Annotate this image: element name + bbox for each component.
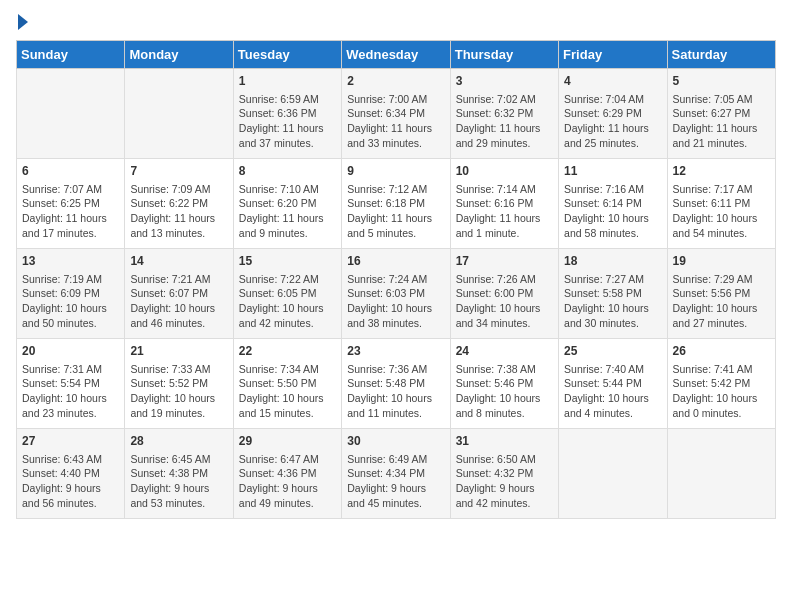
day-number: 2 [347, 73, 444, 90]
calendar-cell: 15Sunrise: 7:22 AM Sunset: 6:05 PM Dayli… [233, 249, 341, 339]
cell-content: Sunrise: 6:43 AM Sunset: 4:40 PM Dayligh… [22, 452, 119, 511]
cell-content: Sunrise: 6:50 AM Sunset: 4:32 PM Dayligh… [456, 452, 553, 511]
header-cell-saturday: Saturday [667, 41, 775, 69]
calendar-cell: 19Sunrise: 7:29 AM Sunset: 5:56 PM Dayli… [667, 249, 775, 339]
calendar-table: SundayMondayTuesdayWednesdayThursdayFrid… [16, 40, 776, 519]
calendar-cell [125, 69, 233, 159]
cell-content: Sunrise: 7:12 AM Sunset: 6:18 PM Dayligh… [347, 182, 444, 241]
day-number: 20 [22, 343, 119, 360]
cell-content: Sunrise: 7:10 AM Sunset: 6:20 PM Dayligh… [239, 182, 336, 241]
day-number: 24 [456, 343, 553, 360]
cell-content: Sunrise: 7:00 AM Sunset: 6:34 PM Dayligh… [347, 92, 444, 151]
header-cell-wednesday: Wednesday [342, 41, 450, 69]
cell-content: Sunrise: 7:07 AM Sunset: 6:25 PM Dayligh… [22, 182, 119, 241]
day-number: 30 [347, 433, 444, 450]
week-row-5: 27Sunrise: 6:43 AM Sunset: 4:40 PM Dayli… [17, 429, 776, 519]
calendar-cell: 25Sunrise: 7:40 AM Sunset: 5:44 PM Dayli… [559, 339, 667, 429]
cell-content: Sunrise: 7:19 AM Sunset: 6:09 PM Dayligh… [22, 272, 119, 331]
week-row-3: 13Sunrise: 7:19 AM Sunset: 6:09 PM Dayli… [17, 249, 776, 339]
day-number: 21 [130, 343, 227, 360]
calendar-cell: 21Sunrise: 7:33 AM Sunset: 5:52 PM Dayli… [125, 339, 233, 429]
calendar-cell: 2Sunrise: 7:00 AM Sunset: 6:34 PM Daylig… [342, 69, 450, 159]
calendar-cell: 20Sunrise: 7:31 AM Sunset: 5:54 PM Dayli… [17, 339, 125, 429]
calendar-cell [667, 429, 775, 519]
calendar-cell: 8Sunrise: 7:10 AM Sunset: 6:20 PM Daylig… [233, 159, 341, 249]
cell-content: Sunrise: 7:17 AM Sunset: 6:11 PM Dayligh… [673, 182, 770, 241]
day-number: 12 [673, 163, 770, 180]
day-number: 1 [239, 73, 336, 90]
cell-content: Sunrise: 7:05 AM Sunset: 6:27 PM Dayligh… [673, 92, 770, 151]
header-area [16, 16, 776, 30]
calendar-cell: 14Sunrise: 7:21 AM Sunset: 6:07 PM Dayli… [125, 249, 233, 339]
day-number: 9 [347, 163, 444, 180]
header-cell-thursday: Thursday [450, 41, 558, 69]
calendar-cell: 4Sunrise: 7:04 AM Sunset: 6:29 PM Daylig… [559, 69, 667, 159]
day-number: 25 [564, 343, 661, 360]
day-number: 11 [564, 163, 661, 180]
calendar-cell: 26Sunrise: 7:41 AM Sunset: 5:42 PM Dayli… [667, 339, 775, 429]
week-row-4: 20Sunrise: 7:31 AM Sunset: 5:54 PM Dayli… [17, 339, 776, 429]
cell-content: Sunrise: 7:26 AM Sunset: 6:00 PM Dayligh… [456, 272, 553, 331]
day-number: 4 [564, 73, 661, 90]
calendar-cell: 23Sunrise: 7:36 AM Sunset: 5:48 PM Dayli… [342, 339, 450, 429]
cell-content: Sunrise: 7:21 AM Sunset: 6:07 PM Dayligh… [130, 272, 227, 331]
calendar-cell: 11Sunrise: 7:16 AM Sunset: 6:14 PM Dayli… [559, 159, 667, 249]
header-row: SundayMondayTuesdayWednesdayThursdayFrid… [17, 41, 776, 69]
cell-content: Sunrise: 6:49 AM Sunset: 4:34 PM Dayligh… [347, 452, 444, 511]
day-number: 6 [22, 163, 119, 180]
calendar-cell: 9Sunrise: 7:12 AM Sunset: 6:18 PM Daylig… [342, 159, 450, 249]
day-number: 10 [456, 163, 553, 180]
header-cell-friday: Friday [559, 41, 667, 69]
calendar-cell: 30Sunrise: 6:49 AM Sunset: 4:34 PM Dayli… [342, 429, 450, 519]
calendar-cell: 1Sunrise: 6:59 AM Sunset: 6:36 PM Daylig… [233, 69, 341, 159]
day-number: 29 [239, 433, 336, 450]
cell-content: Sunrise: 7:24 AM Sunset: 6:03 PM Dayligh… [347, 272, 444, 331]
calendar-cell: 17Sunrise: 7:26 AM Sunset: 6:00 PM Dayli… [450, 249, 558, 339]
day-number: 28 [130, 433, 227, 450]
header-cell-sunday: Sunday [17, 41, 125, 69]
cell-content: Sunrise: 6:59 AM Sunset: 6:36 PM Dayligh… [239, 92, 336, 151]
header-cell-tuesday: Tuesday [233, 41, 341, 69]
calendar-cell: 27Sunrise: 6:43 AM Sunset: 4:40 PM Dayli… [17, 429, 125, 519]
day-number: 26 [673, 343, 770, 360]
day-number: 8 [239, 163, 336, 180]
cell-content: Sunrise: 7:04 AM Sunset: 6:29 PM Dayligh… [564, 92, 661, 151]
calendar-cell: 16Sunrise: 7:24 AM Sunset: 6:03 PM Dayli… [342, 249, 450, 339]
calendar-cell: 5Sunrise: 7:05 AM Sunset: 6:27 PM Daylig… [667, 69, 775, 159]
calendar-cell: 22Sunrise: 7:34 AM Sunset: 5:50 PM Dayli… [233, 339, 341, 429]
logo [16, 16, 28, 30]
calendar-cell: 28Sunrise: 6:45 AM Sunset: 4:38 PM Dayli… [125, 429, 233, 519]
cell-content: Sunrise: 7:36 AM Sunset: 5:48 PM Dayligh… [347, 362, 444, 421]
header-cell-monday: Monday [125, 41, 233, 69]
day-number: 13 [22, 253, 119, 270]
calendar-cell: 31Sunrise: 6:50 AM Sunset: 4:32 PM Dayli… [450, 429, 558, 519]
cell-content: Sunrise: 7:33 AM Sunset: 5:52 PM Dayligh… [130, 362, 227, 421]
day-number: 7 [130, 163, 227, 180]
cell-content: Sunrise: 7:31 AM Sunset: 5:54 PM Dayligh… [22, 362, 119, 421]
week-row-2: 6Sunrise: 7:07 AM Sunset: 6:25 PM Daylig… [17, 159, 776, 249]
cell-content: Sunrise: 6:45 AM Sunset: 4:38 PM Dayligh… [130, 452, 227, 511]
day-number: 22 [239, 343, 336, 360]
cell-content: Sunrise: 7:34 AM Sunset: 5:50 PM Dayligh… [239, 362, 336, 421]
cell-content: Sunrise: 7:02 AM Sunset: 6:32 PM Dayligh… [456, 92, 553, 151]
cell-content: Sunrise: 7:14 AM Sunset: 6:16 PM Dayligh… [456, 182, 553, 241]
cell-content: Sunrise: 7:38 AM Sunset: 5:46 PM Dayligh… [456, 362, 553, 421]
calendar-cell: 6Sunrise: 7:07 AM Sunset: 6:25 PM Daylig… [17, 159, 125, 249]
day-number: 31 [456, 433, 553, 450]
cell-content: Sunrise: 7:40 AM Sunset: 5:44 PM Dayligh… [564, 362, 661, 421]
day-number: 15 [239, 253, 336, 270]
calendar-cell: 12Sunrise: 7:17 AM Sunset: 6:11 PM Dayli… [667, 159, 775, 249]
cell-content: Sunrise: 7:41 AM Sunset: 5:42 PM Dayligh… [673, 362, 770, 421]
day-number: 16 [347, 253, 444, 270]
day-number: 19 [673, 253, 770, 270]
cell-content: Sunrise: 7:16 AM Sunset: 6:14 PM Dayligh… [564, 182, 661, 241]
cell-content: Sunrise: 7:27 AM Sunset: 5:58 PM Dayligh… [564, 272, 661, 331]
day-number: 5 [673, 73, 770, 90]
calendar-cell: 13Sunrise: 7:19 AM Sunset: 6:09 PM Dayli… [17, 249, 125, 339]
calendar-cell: 10Sunrise: 7:14 AM Sunset: 6:16 PM Dayli… [450, 159, 558, 249]
calendar-cell [17, 69, 125, 159]
day-number: 14 [130, 253, 227, 270]
day-number: 17 [456, 253, 553, 270]
calendar-cell: 24Sunrise: 7:38 AM Sunset: 5:46 PM Dayli… [450, 339, 558, 429]
calendar-cell: 29Sunrise: 6:47 AM Sunset: 4:36 PM Dayli… [233, 429, 341, 519]
